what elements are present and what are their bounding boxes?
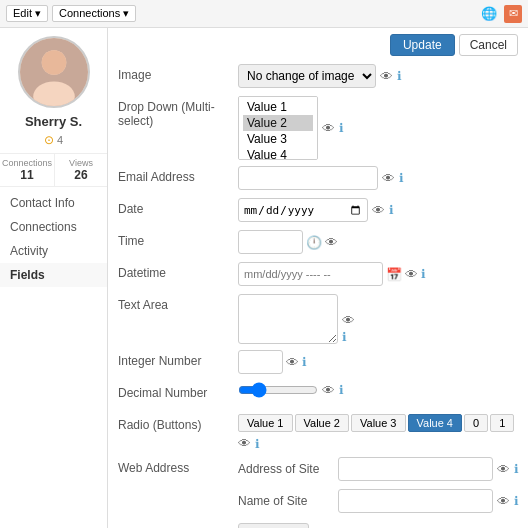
date-row: Date 👁 ℹ: [118, 198, 518, 224]
clock-icon: 🕛: [306, 235, 322, 250]
time-label: Time: [118, 230, 238, 248]
update-button[interactable]: Update: [390, 34, 455, 56]
connections-stat: Connections 11: [0, 154, 55, 186]
connections-value: 11: [2, 168, 52, 182]
avatar: [18, 36, 90, 108]
radio-row: Radio (Buttons) Value 1 Value 2 Value 3 …: [118, 414, 518, 451]
textarea-eye-icon[interactable]: 👁: [342, 313, 355, 328]
textarea-row: Text Area 👁 ℹ: [118, 294, 518, 344]
integer-eye-icon[interactable]: 👁: [286, 355, 299, 370]
decimal-eye-icon[interactable]: 👁: [322, 383, 335, 398]
web-name-input[interactable]: [338, 489, 493, 513]
sidebar-nav: Contact Info Connections Activity Fields: [0, 191, 107, 287]
web-address-input[interactable]: [338, 457, 493, 481]
dropdown-eye-icon[interactable]: 👁: [322, 121, 335, 136]
decimal-slider[interactable]: [238, 382, 318, 398]
web-address-control: 👁 ℹ: [338, 457, 519, 481]
integer-input[interactable]: 10: [238, 350, 283, 374]
date-control: 👁 ℹ: [238, 198, 394, 222]
web-address-label: Address of Site: [238, 462, 338, 476]
email-label: Email Address: [118, 166, 238, 184]
datetime-row: Datetime 📅 👁 ℹ: [118, 262, 518, 288]
date-info-icon[interactable]: ℹ: [389, 203, 394, 217]
gender-select[interactable]: Female Male: [238, 523, 309, 528]
edit-menu-button[interactable]: Edit ▾: [6, 5, 48, 22]
time-eye-icon[interactable]: 👁: [325, 235, 338, 250]
sidebar-item-activity[interactable]: Activity: [0, 239, 107, 263]
radio-info-icon[interactable]: ℹ: [255, 437, 260, 451]
textarea-info-icon[interactable]: ℹ: [342, 330, 355, 344]
sidebar-item-connections[interactable]: Connections: [0, 215, 107, 239]
radio-eye-icon[interactable]: 👁: [238, 436, 251, 451]
connections-menu-button[interactable]: Connections ▾: [52, 5, 136, 22]
web-address-info-icon[interactable]: ℹ: [514, 462, 519, 476]
textarea-label: Text Area: [118, 294, 238, 312]
date-input[interactable]: [238, 198, 368, 222]
email-eye-icon[interactable]: 👁: [382, 171, 395, 186]
web-label: Web Address: [118, 457, 238, 475]
top-bar-right: 🌐 ✉: [480, 5, 522, 23]
web-address-eye-icon[interactable]: 👁: [497, 462, 510, 477]
top-bar: Edit ▾ Connections ▾ 🌐 ✉: [0, 0, 528, 28]
email-info-icon[interactable]: ℹ: [399, 171, 404, 185]
web-name-eye-icon[interactable]: 👁: [497, 494, 510, 509]
web-control: Address of Site 👁 ℹ Name of Site 👁 ℹ: [238, 457, 519, 517]
image-select[interactable]: No change of image: [238, 64, 376, 88]
datetime-input[interactable]: [238, 262, 383, 286]
image-eye-icon[interactable]: 👁: [380, 69, 393, 84]
time-row: Time 12:00 AM 🕛 👁: [118, 230, 518, 256]
radio-btn-value1[interactable]: Value 1: [238, 414, 293, 432]
sidebar-item-contact-info[interactable]: Contact Info: [0, 191, 107, 215]
datetime-eye-icon[interactable]: 👁: [405, 267, 418, 282]
time-control: 12:00 AM 🕛 👁: [238, 230, 338, 254]
decimal-info-icon[interactable]: ℹ: [339, 383, 344, 397]
user-name: Sherry S.: [25, 114, 82, 129]
decimal-label: Decimal Number: [118, 382, 238, 400]
textarea-input[interactable]: [238, 294, 338, 344]
radio-btn-1[interactable]: 1: [490, 414, 514, 432]
rss-row: ⊙ 4: [44, 133, 63, 147]
datetime-info-icon[interactable]: ℹ: [421, 267, 426, 281]
image-label: Image: [118, 64, 238, 82]
textarea-control: 👁 ℹ: [238, 294, 355, 344]
integer-row: Integer Number 10 👁 ℹ: [118, 350, 518, 376]
decimal-row: Decimal Number 👁 ℹ: [118, 382, 518, 408]
radio-btn-0[interactable]: 0: [464, 414, 488, 432]
calendar-icon: 📅: [386, 267, 402, 282]
integer-info-icon[interactable]: ℹ: [302, 355, 307, 369]
svg-point-3: [41, 50, 66, 75]
date-eye-icon[interactable]: 👁: [372, 203, 385, 218]
web-name-control: 👁 ℹ: [338, 489, 519, 513]
gender-control: Female Male 👁: [238, 523, 326, 528]
globe-icon[interactable]: 🌐: [480, 5, 498, 23]
time-input[interactable]: 12:00 AM: [238, 230, 303, 254]
dropdown-row: Drop Down (Multi-select) Value 1 Value 2…: [118, 96, 518, 160]
radio-btn-value3[interactable]: Value 3: [351, 414, 406, 432]
rss-count: 4: [57, 134, 63, 146]
email-row: Email Address 👁 ℹ: [118, 166, 518, 192]
cancel-button[interactable]: Cancel: [459, 34, 518, 56]
datetime-control: 📅 👁 ℹ: [238, 262, 426, 286]
radio-control: Value 1 Value 2 Value 3 Value 4 0 1 👁 ℹ: [238, 414, 518, 451]
radio-btn-value4[interactable]: Value 4: [408, 414, 463, 432]
image-info-icon[interactable]: ℹ: [397, 69, 402, 83]
sidebar: Sherry S. ⊙ 4 Connections 11 Views 26 Co…: [0, 28, 108, 528]
web-name-info-icon[interactable]: ℹ: [514, 494, 519, 508]
envelope-icon[interactable]: ✉: [504, 5, 522, 23]
email-input[interactable]: [238, 166, 378, 190]
views-stat: Views 26: [55, 154, 107, 186]
image-row: Image No change of image 👁 ℹ: [118, 64, 518, 90]
integer-control: 10 👁 ℹ: [238, 350, 307, 374]
gender-label: Gender: [118, 523, 238, 528]
dropdown-info-icon[interactable]: ℹ: [339, 121, 344, 135]
content-area: Update Cancel Image No change of image 👁…: [108, 28, 528, 528]
main-layout: Sherry S. ⊙ 4 Connections 11 Views 26 Co…: [0, 28, 528, 528]
web-name-label: Name of Site: [238, 494, 338, 508]
web-row: Web Address Address of Site 👁 ℹ Name of …: [118, 457, 518, 517]
dropdown-multiselect[interactable]: Value 1 Value 2 Value 3 Value 4: [238, 96, 318, 160]
decimal-control: 👁 ℹ: [238, 382, 344, 398]
sidebar-item-fields[interactable]: Fields: [0, 263, 107, 287]
dropdown-label: Drop Down (Multi-select): [118, 96, 238, 128]
content-header: Update Cancel: [118, 34, 518, 56]
radio-btn-value2[interactable]: Value 2: [295, 414, 350, 432]
